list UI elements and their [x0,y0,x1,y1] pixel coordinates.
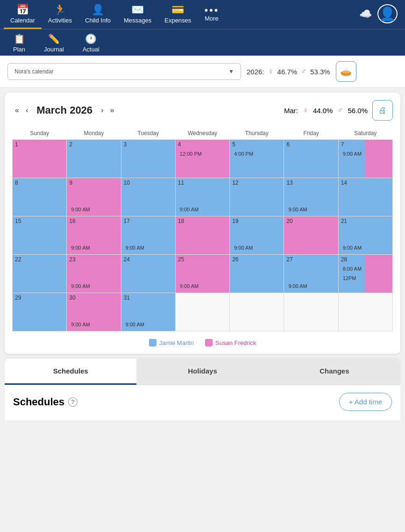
day-cell-13[interactable]: 139:00 AM [284,178,338,216]
day-cell-4[interactable]: 412:00 PM [175,140,229,178]
day-cell-18[interactable]: 18 [175,216,229,255]
day-cell-14[interactable]: 14 [338,178,392,216]
subnav-actual[interactable]: 🕐 Actual [73,29,109,56]
day-cell-20[interactable]: 20 [284,216,338,255]
subnav-actual-label: Actual [83,46,99,53]
legend-jamie: Jamie Martin [149,339,194,346]
nav-expenses[interactable]: 💳 Expenses [158,0,198,29]
calendar-name: Nora's calendar [14,68,54,75]
day-number: 18 [176,216,186,226]
nav-more[interactable]: ●●● More [198,0,225,29]
calendar-legend: Jamie Martin Susan Fredrick [12,339,393,346]
weekday-tuesday: Tuesday [121,128,175,140]
nav-calendar-label: Calendar [10,17,35,24]
legend-susan: Susan Fredrick [205,339,256,346]
year-stats: 2026: ♀ 46.7% ♂ 53.3% [247,67,330,76]
day-cell-2[interactable]: 2 [67,140,121,178]
day-cell-24[interactable]: 24 [121,255,175,293]
day-number: 9 [67,178,75,187]
print-button[interactable]: 🖨 [372,100,393,121]
bottom-tabs: Schedules Holidays Changes [5,359,400,385]
day-cell-12[interactable]: 12 [230,178,284,216]
day-cell-19[interactable]: 199:00 AM [230,216,284,255]
day-cell-30[interactable]: 309:00 AM [67,293,121,331]
nav-activities-label: Activities [48,17,72,24]
tab-schedules[interactable]: Schedules [5,359,136,385]
tab-holidays[interactable]: Holidays [136,359,268,385]
day-cell-empty [175,293,229,331]
day-number: 23 [67,255,78,264]
day-cell-29[interactable]: 29 [13,293,67,331]
prev-month-button[interactable]: ‹ [23,104,31,116]
mar-female-pct: 44.0% [313,107,333,115]
calendar-week-row: 123412:00 PM54:00 PM679:00 AM [13,140,393,178]
day-cell-5[interactable]: 54:00 PM [230,140,284,178]
day-cell-23[interactable]: 239:00 AM [67,255,121,293]
nav-child-info-label: Child Info [85,17,111,24]
more-icon: ●●● [204,7,219,13]
day-cell-25[interactable]: 259:00 AM [175,255,229,293]
day-number: 16 [67,216,78,226]
day-cell-28[interactable]: 288:00 AM12PM [338,255,392,293]
day-number: 28 [339,255,349,264]
day-cell-16[interactable]: 169:00 AM [67,216,121,255]
mar-male-pct: 56.0% [348,107,368,115]
subnav-plan[interactable]: 📋 Plan [4,29,35,56]
cloud-icon[interactable]: ☁️ [359,8,372,20]
day-number: 29 [13,293,23,302]
weekday-monday: Monday [67,128,121,140]
next-year-button[interactable]: » [107,104,117,116]
sub-navigation: 📋 Plan ✏️ Journal 🕐 Actual [0,29,405,56]
day-cell-7[interactable]: 79:00 AM [338,140,392,178]
day-event: 9:00 AM [287,282,308,290]
day-cell-11[interactable]: 119:00 AM [175,178,229,216]
profile-icon[interactable]: 👤 [377,4,398,23]
plan-icon: 📋 [14,33,25,44]
day-cell-9[interactable]: 99:00 AM [67,178,121,216]
day-number: 12 [230,178,241,187]
day-event: 9:00 AM [124,321,146,328]
day-event: 4:00 PM [233,150,255,158]
nav-child-info[interactable]: 👤 Child Info [78,0,117,29]
day-number: 8 [13,178,21,187]
day-cell-empty [284,293,338,331]
pie-chart-button[interactable]: 🥧 [336,61,356,82]
subnav-journal-label: Journal [44,46,64,53]
day-number: 27 [284,255,295,264]
day-number: 19 [230,216,241,226]
day-event: 9:00 AM [70,206,91,213]
add-time-button[interactable]: + Add time [339,393,392,411]
nav-activities[interactable]: 🏃 Activities [42,0,78,29]
tab-changes[interactable]: Changes [269,359,400,385]
day-number: 1 [13,140,21,149]
day-cell-27[interactable]: 279:00 AM [284,255,338,293]
day-cell-15[interactable]: 15 [13,216,67,255]
day-cell-8[interactable]: 8 [13,178,67,216]
day-cell-21[interactable]: 219:00 AM [338,216,392,255]
next-month-button[interactable]: › [98,104,106,116]
day-cell-10[interactable]: 10 [121,178,175,216]
top-navigation: 📅 Calendar 🏃 Activities 👤 Child Info ✉️ … [0,0,405,29]
prev-year-button[interactable]: « [12,104,22,116]
day-cell-3[interactable]: 3 [121,140,175,178]
day-number: 7 [339,140,347,149]
day-cell-empty [338,293,392,331]
day-cell-22[interactable]: 22 [13,255,67,293]
calendar-dropdown[interactable]: Nora's calendar ▼ [7,63,241,80]
weekday-sunday: Sunday [13,128,67,140]
day-number: 26 [230,255,241,264]
day-event-1: 8:00 AM [341,265,363,273]
day-cell-empty [230,293,284,331]
day-cell-26[interactable]: 26 [230,255,284,293]
day-cell-17[interactable]: 179:00 AM [121,216,175,255]
day-cell-6[interactable]: 6 [284,140,338,178]
day-cell-1[interactable]: 1 [13,140,67,178]
nav-messages[interactable]: ✉️ Messages [117,0,158,29]
day-number: 30 [67,293,78,302]
nav-calendar[interactable]: 📅 Calendar [4,0,42,29]
subnav-journal[interactable]: ✏️ Journal [35,29,73,56]
calendar-header: « ‹ March 2026 › » Mar: ♀ 44.0% ♂ 56.0% … [12,100,393,121]
day-cell-31[interactable]: 319:00 AM [121,293,175,331]
schedules-help-icon[interactable]: ? [68,397,78,407]
calendar-week-row: 15169:00 AM179:00 AM18199:00 AM20219:00 … [13,216,393,255]
